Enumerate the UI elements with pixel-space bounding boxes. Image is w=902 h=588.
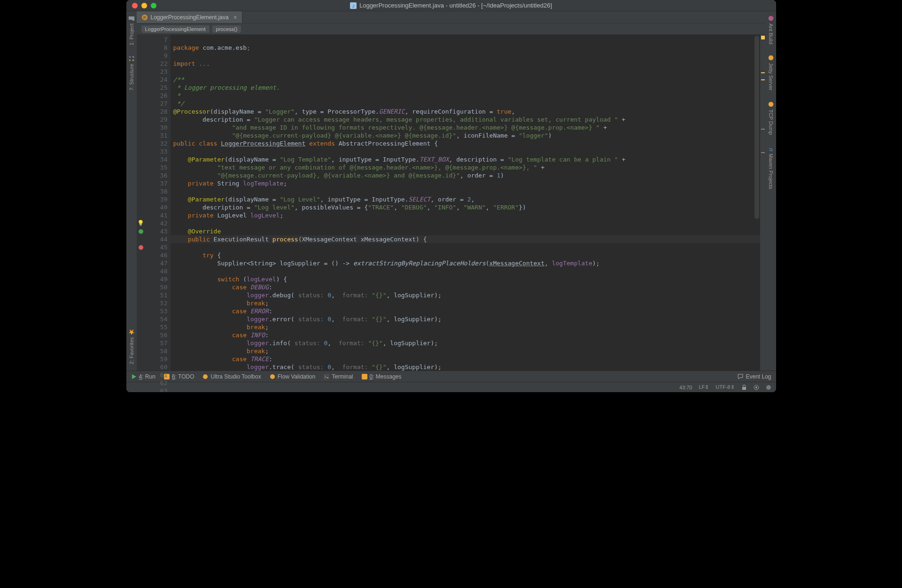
close-window-button[interactable] [132, 3, 138, 8]
inspector-icon[interactable] [754, 385, 759, 390]
svg-point-13 [203, 374, 208, 379]
project-tool-tab[interactable]: 1: Project [127, 13, 136, 47]
code-area[interactable]: package com.acme.esb; import ... /** * L… [171, 35, 760, 371]
todo-tool-button[interactable]: 6: TODO [164, 373, 194, 380]
intention-bulb-icon[interactable]: 💡 [137, 219, 144, 227]
jetty-icon [768, 54, 774, 61]
svg-point-18 [755, 387, 757, 388]
svg-point-9 [768, 55, 773, 61]
ultra-studio-tool-button[interactable]: Ultra Studio Toolbox [202, 373, 261, 380]
bottom-tool-bar: 4: Run 6: TODO Ultra Studio Toolbox Flow… [126, 371, 776, 382]
speech-bubble-icon [738, 374, 743, 379]
right-tool-rail: Ant Build Jetty Server TCP Dump mMaven P… [766, 11, 776, 371]
zoom-window-button[interactable] [151, 3, 156, 8]
breakpoint-icon[interactable] [139, 245, 143, 250]
jetty-server-tool-tab[interactable]: Jetty Server [767, 53, 775, 93]
svg-text:P: P [143, 15, 146, 20]
tcp-dump-tool-tab[interactable]: TCP Dump [767, 99, 775, 137]
toolbox-icon [202, 374, 208, 379]
vertical-scrollbar[interactable] [754, 36, 759, 219]
ant-icon [768, 15, 774, 22]
structure-tool-tab[interactable]: 7: Structure [127, 54, 136, 93]
svg-rect-15 [324, 374, 329, 379]
maven-icon: m [768, 145, 774, 152]
tab-label: LoggerProcessingElement.java [151, 14, 229, 21]
structure-icon [128, 55, 135, 62]
window-controls [132, 3, 156, 8]
left-tool-rail: 1: Project 7: Structure 2: Favorites [126, 11, 137, 371]
hector-icon[interactable] [766, 385, 771, 390]
tab-logger-processing-element[interactable]: P LoggerProcessingElement.java × [137, 11, 242, 23]
svg-text:J: J [352, 3, 354, 8]
breadcrumb: LoggerProcessingElement process() [137, 23, 766, 35]
svg-point-2 [132, 60, 134, 62]
status-bar: 43:70 LF⇕ UTF-8⇕ [126, 382, 776, 392]
java-file-icon: J [350, 2, 357, 9]
play-icon [131, 374, 137, 379]
flow-icon [270, 374, 275, 379]
svg-point-8 [768, 16, 773, 21]
svg-point-14 [270, 374, 275, 379]
terminal-icon [324, 374, 329, 379]
messages-icon [362, 374, 367, 379]
breadcrumb-class[interactable]: LoggerProcessingElement [141, 25, 210, 33]
caret-position[interactable]: 43:70 [679, 385, 692, 390]
error-stripe[interactable] [760, 35, 766, 371]
svg-point-4 [132, 56, 134, 58]
svg-point-19 [766, 385, 771, 390]
inspection-status-icon[interactable] [761, 36, 765, 39]
package-icon: P [141, 14, 148, 21]
event-log-button[interactable]: Event Log [738, 373, 771, 380]
editor-tabs: P LoggerProcessingElement.java × [137, 11, 766, 23]
tcp-icon [768, 101, 774, 108]
star-icon [128, 329, 135, 335]
breadcrumb-method[interactable]: process() [212, 25, 241, 33]
file-encoding[interactable]: UTF-8⇕ [715, 384, 734, 390]
svg-rect-16 [362, 374, 367, 379]
window-title: J LoggerProcessingElement.java - untitle… [350, 2, 552, 9]
lock-icon[interactable] [741, 385, 747, 390]
svg-text:m: m [768, 148, 774, 152]
line-numbers: 7 8 9 22 23 24 25 26 27 28 29 30 31 32 3… [145, 35, 171, 371]
flow-validation-tool-button[interactable]: Flow Validation [270, 373, 315, 380]
minimize-window-button[interactable] [141, 3, 147, 8]
svg-point-10 [768, 101, 773, 107]
maven-projects-tool-tab[interactable]: mMaven Projects [767, 143, 775, 191]
favorites-tool-tab[interactable]: 2: Favorites [127, 327, 136, 366]
ant-build-tool-tab[interactable]: Ant Build [767, 13, 775, 46]
close-tab-button[interactable]: × [233, 14, 237, 21]
folder-icon [128, 15, 135, 22]
gutter-marks: 💡 [137, 35, 145, 371]
svg-point-5 [129, 56, 131, 58]
override-gutter-icon[interactable] [139, 229, 143, 234]
line-separator[interactable]: LF⇕ [699, 384, 709, 390]
terminal-tool-button[interactable]: Terminal [324, 373, 353, 380]
code-editor[interactable]: 💡 7 8 9 22 23 24 25 26 27 28 29 30 31 32… [137, 35, 766, 371]
ide-window: J LoggerProcessingElement.java - untitle… [126, 0, 776, 392]
svg-point-3 [129, 60, 131, 62]
messages-tool-button[interactable]: 0: Messages [362, 373, 402, 380]
titlebar: J LoggerProcessingElement.java - untitle… [126, 0, 776, 11]
